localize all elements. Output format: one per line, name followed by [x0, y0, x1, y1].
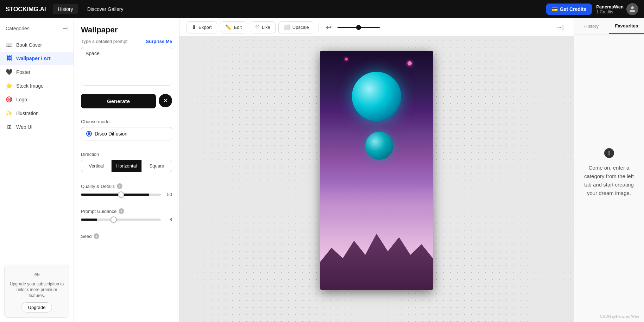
stock-image-icon: ⭐	[6, 82, 13, 89]
canvas-content	[179, 37, 574, 322]
generate-button[interactable]: Generate	[81, 94, 156, 108]
quality-label: Quality & Details i	[81, 183, 172, 189]
canvas-area: ⬇ Export ✏️ Edit ♡ Like ⬜ Upscale ↩ →|	[179, 18, 574, 322]
sidebar-item-book-cover[interactable]: 📖 Book Cover	[0, 38, 74, 52]
surprise-me-button[interactable]: Surprise Me	[146, 39, 172, 44]
poster-icon: 🖤	[6, 69, 13, 75]
model-name: Disco Diffusion	[95, 131, 127, 137]
sidebar-item-illustration[interactable]: ✨ Illustration	[0, 106, 74, 120]
sidebar-item-label: Poster	[16, 69, 30, 75]
sidebar-item-logo[interactable]: 🎯 Logo	[0, 93, 74, 106]
quality-slider[interactable]	[81, 194, 161, 196]
upscale-label: Upscale	[292, 25, 309, 30]
logo-icon: 🎯	[6, 96, 13, 103]
illustration-icon: ✨	[6, 110, 13, 116]
prompt-textarea[interactable]	[81, 47, 172, 86]
space-star-pink-2	[345, 58, 348, 61]
credit-card-icon: 💳	[552, 6, 558, 12]
guidance-slider[interactable]	[81, 219, 161, 221]
like-button[interactable]: ♡ Like	[250, 21, 276, 33]
quality-value: 50	[164, 192, 172, 197]
sidebar-item-poster[interactable]: 🖤 Poster	[0, 65, 74, 79]
sidebar-item-label: Stock Image	[16, 83, 44, 89]
upgrade-icon: ❧	[9, 270, 65, 279]
undo-button[interactable]: ↩	[323, 22, 335, 33]
like-icon: ♡	[255, 24, 260, 31]
user-credits: 1 Credits	[596, 10, 624, 14]
edit-icon: ✏️	[225, 24, 232, 31]
tab-history[interactable]: History	[574, 18, 609, 34]
guidance-label: Prompt Guidance i	[81, 208, 172, 214]
export-icon: ⬇	[192, 24, 196, 31]
upscale-button[interactable]: ⬜ Upscale	[278, 21, 314, 33]
sidebar-item-label: Web UI	[16, 124, 32, 130]
prompt-panel: Wallpaper Type a detailed prompt Surpris…	[74, 18, 179, 322]
quality-section: Quality & Details i 50	[74, 180, 179, 205]
space-star-pink-1	[408, 61, 412, 65]
generated-image	[320, 51, 433, 290]
collapse-sidebar-button[interactable]: ⊣	[62, 25, 68, 32]
sidebar-item-label: Wallpaper / Art	[16, 56, 51, 61]
export-label: Export	[198, 25, 212, 30]
upgrade-text: Upgrade your subscription to unlock more…	[9, 281, 65, 299]
direction-label: Direction	[81, 152, 172, 157]
nav-history[interactable]: History	[53, 4, 78, 14]
sidebar-item-wallpaper-art[interactable]: 🖼 Wallpaper / Art	[0, 52, 74, 65]
panel-title: Wallpaper	[81, 25, 172, 34]
user-name: PancrasWen	[596, 4, 624, 10]
avatar[interactable]	[626, 3, 638, 15]
edit-label: Edit	[234, 25, 242, 30]
fit-button[interactable]: →|	[553, 22, 567, 32]
categories-title: Categories	[6, 26, 30, 31]
quality-info-icon[interactable]: i	[117, 183, 122, 189]
model-radio	[86, 131, 92, 137]
toolbar-right: →|	[553, 22, 567, 32]
upgrade-button[interactable]: Upgrade	[21, 302, 52, 312]
like-label: Like	[262, 25, 270, 30]
direction-horizontal[interactable]: Horizontal	[112, 160, 142, 172]
prompt-label: Type a detailed prompt	[81, 39, 127, 44]
right-footer: CSDN @Pancras Wen	[574, 311, 644, 322]
panel-header: Wallpaper	[74, 18, 179, 39]
logo: STOCKIMG.AI	[6, 6, 46, 13]
get-credits-label: Get Credits	[560, 6, 586, 12]
user-info: PancrasWen 1 Credits	[596, 3, 638, 15]
generate-row: Generate ✕	[81, 94, 172, 108]
sidebar-item-label: Logo	[16, 97, 27, 102]
sidebar-item-stock-image[interactable]: ⭐ Stock Image	[0, 79, 74, 93]
get-credits-button[interactable]: 💳 Get Credits	[546, 4, 592, 15]
sidebar-item-label: Illustration	[16, 111, 39, 116]
export-button[interactable]: ⬇ Export	[187, 21, 217, 33]
sidebar-item-web-ui[interactable]: ⊞ Web UI	[0, 120, 74, 134]
seed-info-icon[interactable]: i	[94, 233, 99, 239]
cancel-button[interactable]: ✕	[159, 94, 172, 107]
edit-button[interactable]: ✏️ Edit	[220, 21, 247, 33]
space-planet-small	[365, 132, 393, 160]
upscale-icon: ⬜	[284, 24, 290, 31]
nav-discover[interactable]: Discover Gallery	[82, 4, 128, 14]
sidebar-item-label: Book Cover	[16, 42, 42, 48]
direction-square[interactable]: Square	[142, 160, 172, 172]
tab-favourites[interactable]: Favourites	[609, 18, 644, 34]
right-panel-content: ! Come on, enter a category from the lef…	[574, 34, 644, 311]
right-message: Come on, enter a category from the left …	[581, 164, 637, 197]
guidance-slider-row: 8	[81, 217, 172, 222]
quality-slider-row: 50	[81, 192, 172, 197]
book-cover-icon: 📖	[6, 42, 13, 48]
canvas-toolbar: ⬇ Export ✏️ Edit ♡ Like ⬜ Upscale ↩ →|	[179, 18, 574, 37]
space-planet-large	[352, 72, 401, 121]
direction-vertical[interactable]: Vertical	[81, 160, 112, 172]
zoom-slider[interactable]	[337, 27, 380, 28]
guidance-info-icon[interactable]: i	[119, 208, 124, 214]
generate-section: Generate ✕	[74, 90, 179, 115]
model-selector[interactable]: Disco Diffusion	[81, 127, 172, 140]
sidebar-header: Categories ⊣	[0, 18, 74, 37]
wallpaper-icon: 🖼	[6, 55, 13, 62]
model-section: Choose model Disco Diffusion	[74, 115, 179, 148]
prompt-section: Type a detailed prompt Surprise Me	[74, 39, 179, 90]
guidance-value: 8	[164, 217, 172, 222]
model-radio-inner	[88, 132, 90, 135]
upgrade-box: ❧ Upgrade your subscription to unlock mo…	[4, 265, 69, 318]
right-panel: History Favourites ! Come on, enter a ca…	[574, 18, 644, 322]
seed-section: Seed i	[74, 230, 179, 245]
